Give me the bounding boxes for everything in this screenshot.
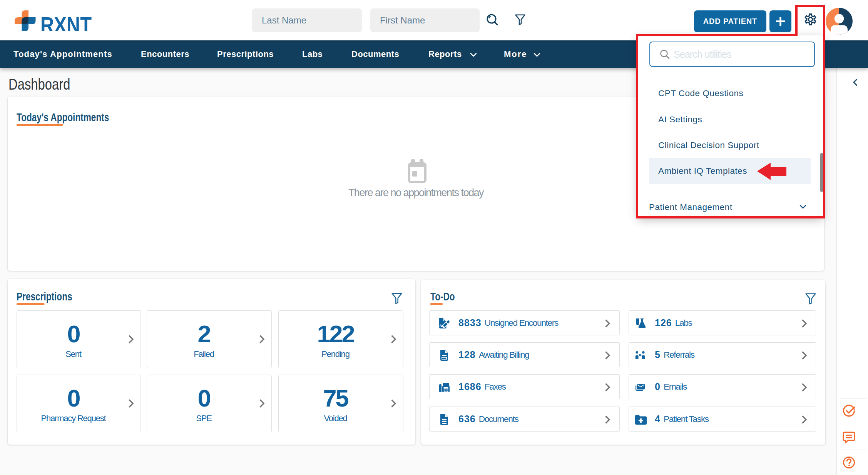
svg-text:RXNT: RXNT (40, 13, 92, 31)
